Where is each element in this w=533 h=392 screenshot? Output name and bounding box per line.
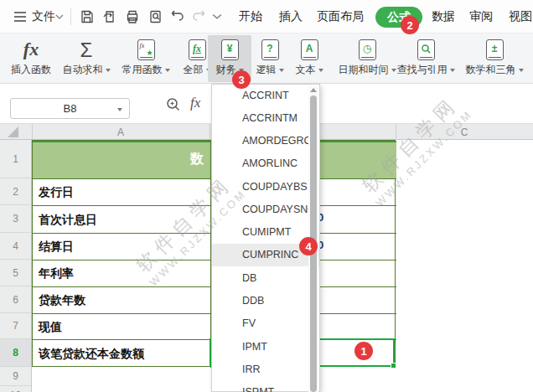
- menu-item-ipmt[interactable]: IPMT: [212, 336, 319, 358]
- name-box-value: B8: [64, 102, 77, 115]
- tab-page-layout[interactable]: 页面布局: [317, 0, 364, 34]
- file-menu-button[interactable]: 文件: [32, 0, 55, 34]
- menu-item-amordegrc[interactable]: AMORDEGRC: [212, 130, 319, 152]
- row-header-10[interactable]: 10: [0, 386, 31, 392]
- menu-item-ispmt[interactable]: ISPMT: [212, 381, 319, 392]
- row-header-7[interactable]: 7: [0, 313, 31, 339]
- column-header-c[interactable]: C: [396, 124, 533, 140]
- autosum-icon: Σ: [80, 40, 93, 60]
- chevron-down-icon[interactable]: [55, 0, 64, 34]
- row-header-5[interactable]: 5: [0, 260, 31, 286]
- cell-a4[interactable]: 结算日: [39, 234, 74, 260]
- menu-item-coupdaybs[interactable]: COUPDAYBS: [212, 176, 319, 199]
- row-header-1[interactable]: 1: [0, 140, 31, 178]
- print-preview-icon[interactable]: [148, 9, 163, 24]
- math-trig-functions-button[interactable]: ± 数学和三角: [463, 35, 526, 82]
- autosum-button[interactable]: Σ 自动求和: [59, 35, 114, 82]
- lookup-functions-button[interactable]: 查找与引用: [396, 35, 456, 82]
- menu-item-db[interactable]: DB: [212, 267, 319, 290]
- spreadsheet-app-window: 文件 开始 插入 页面布局 公式 数据 审阅 视图 fx 插入函数 Σ 自动求和…: [0, 0, 533, 392]
- row-header-6[interactable]: 6: [0, 286, 31, 313]
- tab-home[interactable]: 开始: [239, 0, 262, 34]
- cell-a5[interactable]: 年利率: [39, 260, 74, 287]
- tab-view[interactable]: 视图: [509, 0, 532, 34]
- fx-formula-icon[interactable]: fx: [190, 95, 200, 111]
- select-all-corner[interactable]: [8, 126, 18, 137]
- scroll-up-icon[interactable]: [310, 88, 317, 92]
- datetime-functions-button[interactable]: ◷ 日期和时间: [338, 35, 396, 82]
- financial-book-icon: ¥: [221, 39, 239, 60]
- menu-item-amorlinc[interactable]: AMORLINC: [212, 152, 319, 175]
- menu-item-coupdaysnc[interactable]: COUPDAYSNC: [212, 199, 319, 221]
- title-bar: 文件 开始 插入 页面布局 公式 数据 审阅 视图: [0, 0, 533, 34]
- name-box[interactable]: B8: [10, 98, 130, 119]
- insert-function-button[interactable]: fx 插入函数: [5, 35, 57, 82]
- fill-handle[interactable]: [391, 363, 396, 369]
- logic-book-icon: ?: [261, 39, 279, 60]
- menu-item-fv[interactable]: FV: [212, 312, 319, 335]
- hamburger-icon[interactable]: [13, 0, 27, 34]
- lookup-book-icon: [417, 39, 435, 60]
- cell-a2[interactable]: 发行日: [39, 179, 74, 206]
- menu-item-irr[interactable]: IRR: [212, 358, 319, 381]
- row-header-2[interactable]: 2: [0, 178, 31, 205]
- export-icon[interactable]: [102, 9, 117, 24]
- step-badge-3: 3: [232, 70, 251, 89]
- menu-item-accrint[interactable]: ACCRINT: [212, 85, 319, 107]
- datetime-book-icon: ◷: [359, 39, 376, 60]
- column-header-a[interactable]: A: [32, 124, 210, 140]
- text-book-icon: A: [301, 39, 318, 60]
- ribbon-toolbar: fx 插入函数 Σ 自动求和 fx★ 常用函数 fx 全部 ¥ 财务 ? 逻辑 …: [0, 34, 533, 84]
- menu-item-ddb[interactable]: DDB: [212, 290, 319, 312]
- cell-a7[interactable]: 现值: [39, 314, 62, 340]
- insert-function-icon: fx: [23, 39, 39, 60]
- tab-review[interactable]: 审阅: [469, 0, 493, 34]
- divider: [70, 8, 71, 25]
- name-box-caret-icon[interactable]: [117, 108, 122, 111]
- save-icon[interactable]: [80, 9, 95, 24]
- menu-item-accrintm[interactable]: ACCRINTM: [212, 107, 319, 130]
- common-functions-icon: fx★: [137, 39, 155, 60]
- step-badge-1: 1: [354, 342, 373, 360]
- row-headers: 1 2 3 4 5 6 7 8 9 10: [0, 140, 32, 392]
- step-badge-2: 2: [401, 16, 419, 34]
- table-title-visible-text: 数: [190, 151, 204, 168]
- cell-a6[interactable]: 贷款年数: [39, 287, 85, 314]
- print-icon[interactable]: [125, 9, 140, 24]
- more-icon[interactable]: [212, 9, 222, 24]
- step-badge-4: 4: [299, 237, 318, 255]
- cell-a8[interactable]: 该笔贷款还本金数额: [39, 340, 144, 368]
- row-header-8-selected[interactable]: 8: [0, 339, 31, 367]
- math-book-icon: ±: [486, 39, 504, 60]
- magnifier-icon[interactable]: [165, 96, 182, 113]
- row-header-4[interactable]: 4: [0, 233, 31, 260]
- row-header-9[interactable]: 9: [0, 367, 31, 386]
- cell-a3[interactable]: 首次计息日: [39, 206, 97, 234]
- text-functions-button[interactable]: A 文本: [291, 35, 328, 82]
- logic-functions-button[interactable]: ? 逻辑: [251, 35, 288, 82]
- redo-icon: [191, 9, 206, 24]
- row-header-3[interactable]: 3: [0, 205, 31, 233]
- tab-data[interactable]: 数据: [432, 0, 455, 34]
- undo-icon[interactable]: [170, 9, 185, 24]
- tab-insert[interactable]: 插入: [279, 0, 303, 34]
- all-functions-icon: fx: [189, 39, 206, 60]
- common-functions-button[interactable]: fx★ 常用函数: [117, 35, 174, 82]
